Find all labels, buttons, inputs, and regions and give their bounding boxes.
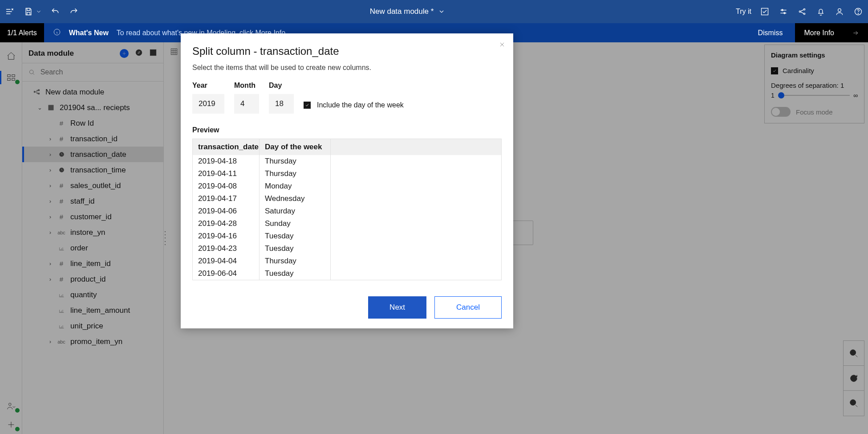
preview-col2-header: Day of the week [260, 139, 330, 155]
next-button[interactable]: Next [368, 296, 426, 319]
preview-date-cell: 2019-04-23 [193, 242, 259, 255]
preview-table: transaction_date 2019-04-182019-04-11201… [192, 139, 502, 280]
preview-date-cell: 2019-04-16 [193, 230, 259, 242]
preview-dow-cell: Monday [260, 180, 330, 192]
svg-point-5 [803, 13, 805, 14]
document-title: New data module * [370, 7, 434, 16]
top-toolbar: New data module * Try it [0, 0, 868, 23]
alert-title: What's New [69, 29, 109, 37]
notifications-icon[interactable] [815, 6, 826, 17]
preview-col3-header [331, 139, 501, 155]
year-value[interactable]: 2019 [192, 94, 224, 114]
preview-dow-cell: Thursday [260, 168, 330, 180]
preview-date-cell: 2019-04-17 [193, 192, 259, 205]
preview-date-cell: 2019-04-04 [193, 255, 259, 267]
alerts-count: 1/1 Alerts [0, 23, 44, 42]
title-chevron-down-icon[interactable] [438, 6, 445, 17]
preview-dow-cell: Tuesday [260, 267, 330, 280]
preview-dow-cell: Sunday [260, 217, 330, 230]
preview-dow-cell: Saturday [260, 205, 330, 217]
undo-icon[interactable] [50, 6, 61, 17]
svg-point-4 [803, 8, 805, 10]
dismiss-button[interactable]: Dismiss [745, 29, 795, 37]
preview-label: Preview [192, 126, 502, 134]
preview-date-cell: 2019-06-04 [193, 267, 259, 280]
dialog-title: Split column - transaction_date [192, 45, 502, 57]
split-column-dialog: Split column - transaction_date Select t… [181, 33, 513, 328]
more-info-label: More Info [804, 29, 834, 37]
preview-date-cell: 2019-04-11 [193, 168, 259, 180]
preview-dow-cell: Tuesday [260, 242, 330, 255]
save-icon[interactable] [23, 6, 34, 17]
cancel-button[interactable]: Cancel [434, 296, 502, 319]
year-label: Year [192, 82, 224, 90]
settings-sliders-icon[interactable] [778, 6, 789, 17]
preview-col1-header: transaction_date [193, 139, 259, 155]
preview-dow-cell: Thursday [260, 155, 330, 168]
more-info-button[interactable]: More Info [795, 23, 868, 42]
preview-date-cell: 2019-04-18 [193, 155, 259, 168]
dialog-subtitle: Select the items that will be used to cr… [192, 64, 502, 72]
preview-date-cell: 2019-04-08 [193, 180, 259, 192]
try-it-link[interactable]: Try it [736, 8, 751, 16]
preview-date-cell: 2019-04-28 [193, 217, 259, 230]
save-chevron-down-icon[interactable] [36, 6, 42, 17]
include-dow-checkbox[interactable] [304, 102, 311, 109]
svg-point-6 [838, 8, 841, 12]
svg-point-3 [799, 11, 800, 12]
day-label: Day [269, 82, 294, 90]
preview-date-cell: 2019-04-06 [193, 205, 259, 217]
preview-dow-cell: Thursday [260, 255, 330, 267]
validate-icon[interactable] [759, 6, 770, 17]
month-label: Month [234, 82, 259, 90]
share-icon[interactable] [797, 6, 807, 17]
month-value[interactable]: 4 [234, 94, 259, 114]
svg-point-8 [858, 13, 859, 14]
redo-icon[interactable] [69, 6, 79, 17]
info-icon [53, 28, 61, 38]
preview-dow-cell: Wednesday [260, 192, 330, 205]
help-icon[interactable] [853, 6, 864, 17]
close-icon[interactable] [499, 41, 505, 49]
include-dow-label: Include the day of the week [317, 101, 404, 109]
day-value[interactable]: 18 [269, 94, 294, 114]
user-icon[interactable] [834, 6, 845, 17]
app-switcher-icon[interactable] [4, 6, 15, 17]
preview-dow-cell: Tuesday [260, 230, 330, 242]
